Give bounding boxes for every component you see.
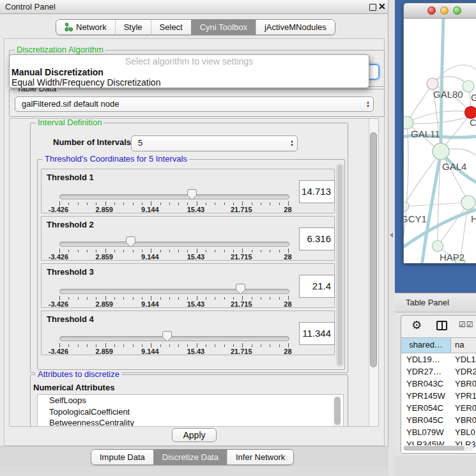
settings-scroll-viewport: Interval Definition Number of Intervals … (9, 118, 379, 427)
tab-cyni-toolbox[interactable]: Cyni Toolbox (191, 20, 256, 35)
bottom-tab-group: Impute DataDiscretize DataInfer Network (91, 449, 294, 465)
slider-track[interactable] (59, 336, 289, 341)
table-row[interactable]: YBL079WYBL0 (401, 426, 476, 438)
table-row[interactable]: YBR043CYBR0 (401, 378, 476, 390)
number-of-intervals-combobox[interactable]: 5 ▲▼ (131, 135, 298, 151)
label-hap2: HAP2 (440, 252, 464, 263)
tab-impute-data[interactable]: Impute Data (91, 450, 153, 464)
tab-label: Network (76, 22, 107, 32)
checkbox-icons[interactable]: ☑☑ (459, 320, 474, 329)
tab-discretize-data[interactable]: Discretize Data (153, 450, 227, 464)
tick-mark (133, 250, 134, 252)
attribute-list-item[interactable]: SelfLoops (38, 395, 343, 406)
tick-mark (197, 201, 197, 206)
tick-mark (114, 203, 115, 205)
close-traffic-light-icon[interactable] (427, 6, 436, 15)
tick-mark (252, 344, 252, 347)
algorithm-placeholder-option[interactable]: Select algorithm to view settings (10, 56, 369, 67)
node-green-top-right[interactable] (463, 81, 474, 92)
tick-mark (242, 201, 243, 206)
tick-mark (215, 297, 215, 300)
column-header-name[interactable]: na (455, 338, 464, 352)
column-header-shared-name[interactable]: shared… (401, 338, 451, 353)
table-panel-title: Table Panel (406, 298, 449, 307)
threshold-value-field[interactable]: 6.316 (299, 227, 335, 250)
numerical-attributes-list[interactable]: SelfLoopsTopologicalCoefficientBetweenne… (37, 394, 344, 427)
node-gcy1[interactable] (404, 201, 409, 211)
tick-mark (59, 201, 60, 206)
table-row[interactable]: YER054CYER0 (401, 402, 476, 414)
node-gal4[interactable] (433, 143, 449, 160)
tick-mark (160, 297, 161, 300)
gear-icon[interactable]: ⚙ (411, 318, 422, 332)
node-h[interactable] (461, 196, 475, 210)
tick-mark (96, 250, 96, 252)
tick-mark (105, 343, 106, 348)
tick-mark (142, 250, 142, 252)
slider-track[interactable] (59, 289, 289, 294)
tick-mark (252, 297, 252, 300)
slider-handle[interactable] (236, 284, 245, 295)
cell-name: YBR0 (455, 378, 476, 390)
node-hap2[interactable] (433, 241, 443, 252)
algorithm-option[interactable]: Equal Width/Frequency Discretization (10, 77, 369, 88)
threshold-value-field[interactable]: 21.4 (299, 275, 335, 298)
label-partial-c: C (470, 117, 476, 128)
table-row[interactable]: YPR145WYPR1 (401, 390, 476, 402)
tick-mark (261, 297, 261, 300)
cell-name: YDR2 (455, 365, 476, 378)
attributes-group: Attributes to discretize Numerical Attri… (30, 374, 348, 427)
tick-mark (133, 203, 134, 205)
table-row[interactable]: YDR27…YDR2 (401, 365, 476, 378)
apply-button[interactable]: Apply (172, 428, 217, 442)
panel-split-divider[interactable] (388, 0, 395, 476)
number-of-intervals-label: Number of Intervals (53, 137, 131, 147)
node-pink[interactable] (427, 78, 438, 89)
tick-mark (78, 344, 79, 347)
scale-label: 15.43 (187, 206, 205, 213)
slider-track[interactable] (59, 194, 289, 199)
scale-label: -3.426 (49, 206, 68, 213)
float-window-icon[interactable] (369, 4, 376, 11)
tab-network[interactable]: Network (56, 20, 115, 35)
slider-handle[interactable] (126, 236, 135, 247)
attribute-list-item[interactable]: BetweennessCentrality (38, 417, 343, 427)
vertical-scrollbar-thumb[interactable] (370, 132, 377, 367)
slider-handle[interactable] (162, 331, 172, 342)
slider-handle[interactable] (187, 189, 197, 200)
scale-label: 2.859 (95, 253, 113, 261)
tab-select[interactable]: Select (151, 20, 191, 35)
cell-shared-name: YBR043C (406, 378, 452, 390)
table-row[interactable]: YBR045CYBR0 (401, 414, 476, 426)
slider-track[interactable] (59, 242, 289, 247)
thresholds-scrollbar[interactable] (336, 164, 344, 367)
tick-mark (142, 344, 142, 347)
zoom-traffic-light-icon[interactable] (453, 6, 461, 15)
attributes-list-scrollbar[interactable] (334, 396, 341, 427)
tab-style[interactable]: Style (115, 20, 151, 35)
split-columns-icon[interactable] (436, 321, 447, 330)
table-data-combobox[interactable]: galFiltered.sif default node ▲▼ (15, 96, 374, 112)
threshold-value-field[interactable]: 14.713 (299, 180, 335, 203)
horizontal-scrollbar[interactable] (403, 445, 473, 451)
table-row[interactable]: YDL19…YDL1 (401, 353, 476, 365)
combo-spinner-icon: ▲▼ (366, 97, 370, 111)
tick-mark (87, 250, 88, 252)
algorithm-option[interactable]: Manual Discretization (10, 67, 369, 77)
threshold-value-field[interactable]: 11.344 (299, 322, 335, 345)
tab-infer-network[interactable]: Infer Network (227, 450, 293, 464)
minimize-traffic-light-icon[interactable] (440, 6, 449, 15)
divider-collapse-icon[interactable] (390, 233, 393, 238)
tick-mark (187, 344, 188, 347)
scale-label: 9.144 (141, 348, 159, 355)
table-header-row: shared… na (401, 337, 476, 353)
tick-mark (160, 203, 161, 205)
network-window-titlebar (404, 3, 476, 19)
attribute-list-item[interactable]: TopologicalCoefficient (38, 406, 343, 418)
tab-jactivemnodules[interactable]: jActiveMNodules (256, 20, 335, 35)
tick-mark (261, 203, 261, 205)
node-gal11[interactable] (404, 116, 413, 129)
tick-mark (279, 344, 280, 347)
network-canvas[interactable]: GAL80 GA C GAL11 GAL4 GCY1 H HAP2 (404, 19, 476, 263)
close-icon[interactable]: ✕ (378, 1, 386, 12)
